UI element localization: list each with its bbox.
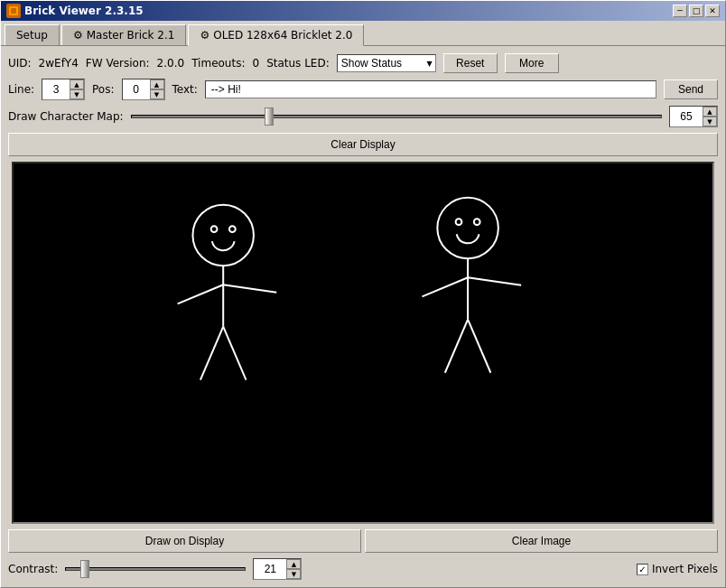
tab-master-icon: ⚙: [73, 29, 83, 42]
invert-label: Invert Pixels: [652, 563, 718, 575]
line-spin-up[interactable]: ▲: [70, 79, 84, 89]
tab-bar: Setup ⚙ Master Brick 2.1 ⚙ OLED 128x64 B…: [1, 21, 725, 46]
pos-spinbox-buttons: ▲ ▼: [150, 79, 164, 99]
status-led-wrapper: Show Status Off On Heartbeat: [337, 54, 436, 72]
display-frame: [12, 162, 714, 524]
uid-value: 2wEfY4: [39, 57, 79, 70]
contrast-row: Contrast: ▲ ▼ ✓ Invert Pixels: [8, 558, 718, 580]
title-left: Brick Viewer 2.3.15: [6, 4, 144, 18]
contrast-spinbox: ▲ ▼: [253, 558, 302, 580]
timeouts-label: Timeouts:: [191, 57, 245, 70]
bottom-buttons-row: Draw on Display Clear Image: [8, 529, 718, 553]
reset-button[interactable]: Reset: [443, 53, 498, 73]
tab-setup-label: Setup: [16, 29, 48, 42]
app-icon: [6, 4, 21, 18]
contrast-label: Contrast:: [8, 563, 58, 575]
char-map-row: Draw Character Map: ▲ ▼: [8, 106, 718, 127]
char-map-label: Draw Character Map:: [8, 110, 124, 123]
text-input[interactable]: [205, 80, 656, 98]
oled-display: [14, 163, 712, 522]
clear-image-button[interactable]: Clear Image: [365, 529, 718, 553]
char-map-spinbox-buttons: ▲ ▼: [703, 107, 717, 126]
line-row: Line: ▲ ▼ Pos: ▲ ▼ Text: Send: [8, 79, 718, 100]
main-window: Brick Viewer 2.3.15 ─ □ ✕ Setup ⚙ Master…: [0, 0, 726, 588]
contrast-spinbox-buttons: ▲ ▼: [286, 559, 301, 579]
fw-value: 2.0.0: [157, 57, 185, 70]
status-led-label: Status LED:: [266, 57, 330, 70]
timeouts-value: 0: [252, 57, 259, 70]
tab-oled-label: OLED 128x64 Bricklet 2.0: [213, 29, 352, 42]
text-label: Text:: [172, 83, 198, 96]
pos-input[interactable]: [123, 79, 150, 99]
svg-rect-2: [11, 8, 16, 14]
maximize-button[interactable]: □: [689, 5, 703, 17]
clear-display-button[interactable]: Clear Display: [8, 133, 718, 156]
invert-checkbox[interactable]: ✓: [637, 564, 648, 575]
pos-spin-down[interactable]: ▼: [150, 89, 164, 99]
line-label: Line:: [8, 83, 34, 96]
draw-on-display-button[interactable]: Draw on Display: [8, 529, 361, 553]
line-spin-down[interactable]: ▼: [70, 89, 84, 99]
tab-master-label: Master Brick 2.1: [87, 29, 175, 42]
contrast-slider[interactable]: [65, 567, 246, 571]
uid-label: UID:: [8, 57, 32, 70]
contrast-spin-up[interactable]: ▲: [286, 559, 301, 569]
char-map-value[interactable]: [670, 107, 703, 126]
info-row: UID: 2wEfY4 FW Version: 2.0.0 Timeouts: …: [8, 53, 718, 73]
fw-label: FW Version:: [86, 57, 150, 70]
tab-master-brick[interactable]: ⚙ Master Brick 2.1: [61, 24, 187, 45]
title-controls: ─ □ ✕: [673, 5, 720, 17]
window-title: Brick Viewer 2.3.15: [24, 5, 144, 17]
char-map-spin-up[interactable]: ▲: [703, 107, 717, 117]
title-bar: Brick Viewer 2.3.15 ─ □ ✕: [1, 1, 725, 21]
status-led-select[interactable]: Show Status Off On Heartbeat: [337, 54, 436, 72]
invert-wrapper: ✓ Invert Pixels: [637, 563, 718, 575]
pos-spinbox: ▲ ▼: [122, 79, 165, 100]
minimize-button[interactable]: ─: [673, 5, 687, 17]
tab-setup[interactable]: Setup: [5, 24, 60, 45]
line-input[interactable]: [42, 79, 70, 99]
send-button[interactable]: Send: [664, 79, 718, 99]
contrast-spin-down[interactable]: ▼: [286, 569, 301, 579]
pos-label: Pos:: [92, 83, 114, 96]
char-map-slider[interactable]: [131, 115, 662, 118]
tab-oled-icon: ⚙: [200, 29, 209, 42]
more-button[interactable]: More: [505, 53, 559, 73]
tab-oled[interactable]: ⚙ OLED 128x64 Bricklet 2.0: [188, 24, 364, 46]
pos-spin-up[interactable]: ▲: [150, 79, 164, 89]
contrast-value[interactable]: [254, 559, 286, 579]
char-map-spin-down[interactable]: ▼: [703, 117, 717, 126]
char-map-spinbox: ▲ ▼: [669, 106, 718, 127]
main-content: UID: 2wEfY4 FW Version: 2.0.0 Timeouts: …: [1, 46, 725, 587]
line-spinbox: ▲ ▼: [42, 79, 85, 100]
line-spinbox-buttons: ▲ ▼: [70, 79, 84, 99]
close-button[interactable]: ✕: [705, 5, 720, 17]
